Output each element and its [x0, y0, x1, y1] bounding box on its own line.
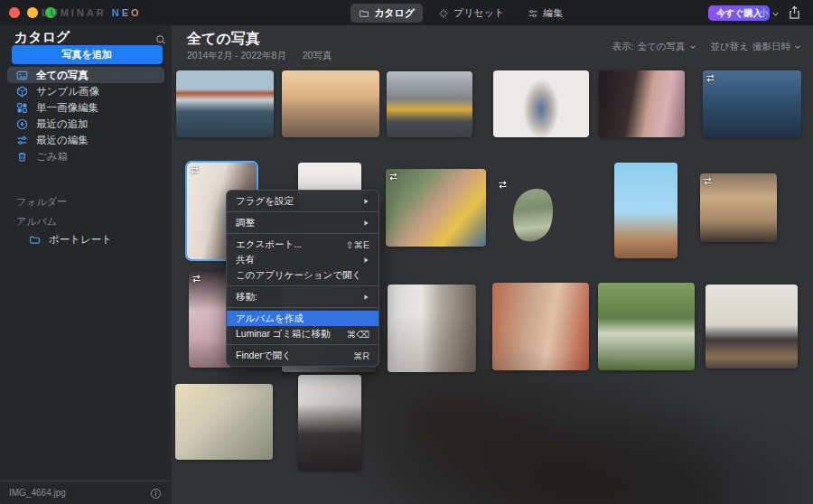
gallery-title: 全ての写真 — [187, 30, 260, 49]
presets-icon — [438, 8, 449, 19]
menu-item-フラグを設定[interactable]: フラグを設定 — [227, 193, 378, 209]
menu-item-移動:[interactable]: 移動: — [227, 289, 378, 304]
sidebar-item-単一画像編集[interactable]: 単一画像編集 — [7, 99, 164, 116]
photo-thumbnail-floral-dress-dancer-cutout[interactable] — [495, 177, 555, 249]
sidebar-item-最近の編集[interactable]: 最近の編集 — [7, 132, 164, 148]
view-tabbar: カタログプリセット編集 — [350, 4, 571, 23]
menu-item-エクスポート...[interactable]: エクスポート...⇧⌘E — [227, 237, 378, 252]
selected-filename: IMG_4664.jpg — [9, 488, 150, 498]
sort-label: 並び替え — [711, 41, 750, 53]
luminar-neo-window: LUMINAR NEO カタログプリセット編集 今すぐ購入 小 カタログ 写真を… — [0, 0, 813, 504]
edited-badge-icon — [192, 274, 201, 284]
menu-item-label: アルバムを作成 — [236, 313, 369, 325]
info-icon — [150, 487, 162, 499]
context-menu: フラグを設定調整エクスポート...⇧⌘E共有このアプリケーションで開く移動:アル… — [226, 190, 379, 367]
catalog-icon — [359, 8, 369, 19]
date-range: 2014年2月 - 2022年8月 — [187, 50, 286, 62]
sidebar-section-folders: フォルダー — [16, 195, 67, 209]
sidebar-item-サンプル画像[interactable]: サンプル画像 — [7, 83, 164, 99]
tab-カタログ[interactable]: カタログ — [350, 4, 423, 23]
sidebar-section-albums: アルバム — [16, 215, 57, 229]
photo-thumbnail-woman-sunlit-street-balcony[interactable] — [700, 173, 777, 242]
sort-value: 撮影日時 — [752, 41, 790, 53]
submenu-arrow-icon — [363, 219, 369, 227]
photo-thumbnail-woman-pink-scarf-portrait[interactable] — [599, 70, 685, 137]
sidebar-item-label: 最近の編集 — [36, 134, 89, 147]
thumbnail-size-dropdown[interactable]: 小 — [759, 7, 780, 20]
menu-item-label: 共有 — [236, 254, 356, 266]
photo-thumbnail-ferris-wheel-night-city[interactable] — [703, 70, 801, 137]
photo-thumbnail-woman-kitchen[interactable] — [706, 285, 798, 369]
sidebar-item-label: 単一画像編集 — [36, 101, 98, 115]
view-filter-dropdown[interactable]: 表示: 全ての写真 — [612, 41, 696, 53]
app-logo: LUMINAR NEO — [42, 7, 142, 18]
sidebar-item-ごみ箱[interactable]: ごみ箱 — [7, 148, 164, 164]
photo-thumbnail-city-street-taxis[interactable] — [387, 71, 472, 137]
tab-編集[interactable]: 編集 — [519, 4, 571, 23]
view-filter-value: 全ての写真 — [638, 41, 686, 53]
search-icon — [155, 33, 166, 43]
add-photos-label: 写真を追加 — [62, 48, 112, 61]
logo-primary: LUMINAR — [42, 7, 107, 18]
thumbnail-size-value: 小 — [759, 7, 769, 20]
sort-dropdown[interactable]: 並び替え 撮影日時 — [711, 41, 802, 53]
photo-thumbnail-woman-dark-jacket-portrait[interactable] — [298, 375, 361, 471]
menu-item-shortcut: ⌘R — [353, 350, 369, 361]
chevron-down-icon — [689, 43, 696, 51]
view-filter-label: 表示: — [612, 41, 634, 53]
menu-item-label: エクスポート... — [236, 238, 339, 251]
add-photos-button[interactable]: 写真を追加 — [12, 45, 163, 64]
submenu-arrow-icon — [363, 257, 369, 264]
menu-separator — [227, 211, 378, 212]
tab-label: 編集 — [543, 6, 563, 20]
photo-thumbnail-woman-bob-brick-wall[interactable] — [492, 283, 589, 370]
photo-thumbnail-mother-child-water-toys[interactable] — [386, 169, 486, 247]
share-icon — [788, 5, 801, 20]
sidebar-item-label: ごみ箱 — [36, 150, 68, 163]
tab-プリセット[interactable]: プリセット — [430, 4, 512, 23]
catalog-sidebar: カタログ 写真を追加 全ての写真サンプル画像単一画像編集最近の追加最近の編集ごみ… — [0, 25, 172, 504]
search-button[interactable] — [155, 33, 166, 43]
photo-count: 20写真 — [303, 50, 332, 62]
sidebar-album-ポートレート[interactable]: ポートレート — [7, 231, 164, 247]
sidebar-album-label: ポートレート — [49, 233, 112, 247]
sidebar-item-label: 最近の追加 — [36, 117, 89, 131]
sidebar-nav: 全ての写真サンプル画像単一画像編集最近の追加最近の編集ごみ箱 — [7, 67, 164, 164]
sidebar-albums: ポートレート — [7, 231, 164, 247]
sidebar-item-全ての写真[interactable]: 全ての写真 — [7, 67, 164, 83]
menu-item-label: 調整 — [236, 217, 356, 229]
photo-thumbnail-woman-white-tank-street[interactable] — [175, 384, 273, 460]
menu-item-アルバムを作成[interactable]: アルバムを作成 — [227, 311, 378, 326]
photo-thumbnail-woman-sitting-by-window[interactable] — [388, 285, 476, 372]
photo-thumbnail-beach-sunset-people[interactable] — [282, 70, 379, 137]
close-window-button[interactable] — [9, 7, 20, 18]
buy-now-label: 今すぐ購入 — [716, 7, 762, 20]
photo-thumbnail-woman-green-park-path[interactable] — [598, 283, 695, 370]
photo-thumbnail-woman-reaching-blue-sky[interactable] — [614, 163, 678, 258]
sidebar-item-最近の追加[interactable]: 最近の追加 — [7, 116, 164, 132]
menu-item-共有[interactable]: 共有 — [227, 252, 378, 267]
menu-separator — [227, 307, 378, 308]
menu-item-このアプリケーションで開く[interactable]: このアプリケーションで開く — [227, 267, 378, 283]
recently-edited-icon — [16, 135, 28, 146]
sidebar-footer: IMG_4664.jpg — [0, 481, 171, 504]
share-button[interactable] — [788, 5, 801, 20]
tab-label: プリセット — [453, 6, 504, 20]
minimize-window-button[interactable] — [27, 7, 38, 18]
single-edits-icon — [16, 102, 28, 114]
edited-badge-icon — [190, 165, 200, 175]
edit-sliders-icon — [528, 8, 538, 19]
menu-item-Luminar ゴミ箱に移動[interactable]: Luminar ゴミ箱に移動⌘⌫ — [227, 326, 378, 341]
submenu-arrow-icon — [363, 198, 369, 205]
photo-thumbnail-woman-white-blouse-jeans[interactable] — [493, 70, 589, 137]
menu-separator — [227, 233, 378, 234]
sidebar-item-label: サンプル画像 — [36, 85, 99, 98]
all-photos-icon — [16, 70, 28, 81]
album-icon — [29, 234, 41, 246]
menu-item-Finderで開く[interactable]: Finderで開く⌘R — [227, 348, 378, 363]
info-button[interactable] — [150, 487, 162, 499]
menu-item-shortcut: ⇧⌘E — [346, 239, 369, 250]
menu-item-調整[interactable]: 調整 — [227, 215, 378, 230]
photo-thumbnail-colorful-houses-reflection[interactable] — [176, 70, 274, 137]
menu-item-label: Finderで開く — [236, 350, 346, 362]
